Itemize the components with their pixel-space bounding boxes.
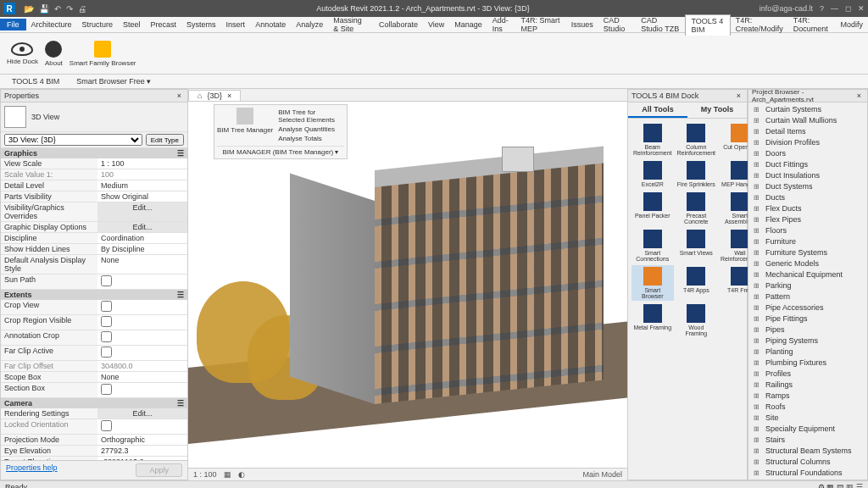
tree-node[interactable]: Flex Pipes bbox=[750, 214, 865, 225]
tree-node[interactable]: Division Profiles bbox=[750, 137, 865, 148]
tool-beam-reinforcement[interactable]: Beam Reinforcement bbox=[632, 122, 674, 158]
ribbon-tab-structure[interactable]: Structure bbox=[77, 19, 119, 30]
tree-node[interactable]: Site bbox=[750, 413, 865, 424]
ribbon-tab-issues[interactable]: Issues bbox=[566, 19, 598, 30]
tree-node[interactable]: Ramps bbox=[750, 391, 865, 402]
tab-my-tools[interactable]: My Tools bbox=[687, 103, 747, 118]
prop-row[interactable]: Sun Path bbox=[1, 274, 187, 290]
ribbon-tab-insert[interactable]: Insert bbox=[221, 19, 251, 30]
tool-panel-packer[interactable]: Panel Packer bbox=[632, 191, 674, 226]
tree-node[interactable]: Detail Items bbox=[750, 126, 865, 137]
tree-node[interactable]: Railings bbox=[750, 380, 865, 391]
prop-row[interactable]: Far Clip Active bbox=[1, 346, 187, 361]
prop-row[interactable]: Locked Orientation bbox=[1, 419, 187, 435]
ribbon-tab-architecture[interactable]: Architecture bbox=[26, 19, 77, 30]
prop-row[interactable]: Projection ModeOrthographic bbox=[1, 435, 187, 446]
prop-row[interactable]: Section Box bbox=[1, 383, 187, 398]
ribbon-tab-t4r-create-modify[interactable]: T4R: Create/Modify bbox=[731, 14, 788, 35]
detail-icon[interactable]: ▦ bbox=[224, 470, 231, 479]
tree-node[interactable]: Profiles bbox=[750, 369, 865, 380]
prop-row[interactable]: View Scale1 : 100 bbox=[1, 158, 187, 169]
prop-row[interactable]: Eye Elevation27792.3 bbox=[1, 446, 187, 457]
tree-node[interactable]: Pipe Fittings bbox=[750, 313, 865, 324]
quick-access-toolbar[interactable]: 📂 💾 ↶ ↷ 🖨 bbox=[24, 4, 86, 14]
property-grid[interactable]: Graphics☰View Scale1 : 100Scale Value 1:… bbox=[1, 148, 187, 460]
view-control-bar[interactable]: 1 : 100 ▦ ◐ Main Model bbox=[188, 468, 627, 480]
bim-tree-selected[interactable]: BIM Tree for Selected Elements bbox=[276, 108, 344, 125]
help-icon[interactable]: ? bbox=[820, 4, 824, 13]
tool-smart-views[interactable]: Smart Views bbox=[676, 228, 718, 263]
tree-node[interactable]: Duct Insulations bbox=[750, 170, 865, 181]
ribbon-tab-massing-site[interactable]: Massing & Site bbox=[328, 14, 374, 35]
tree-node[interactable]: Floors bbox=[750, 225, 865, 236]
prop-group[interactable]: Camera☰ bbox=[1, 398, 187, 408]
main-model[interactable]: Main Model bbox=[582, 470, 622, 479]
tool-metal-framing[interactable]: Metal Framing bbox=[632, 302, 674, 338]
tree-node[interactable]: Duct Fittings bbox=[750, 159, 865, 170]
prop-group[interactable]: Extents☰ bbox=[1, 290, 187, 300]
tree-node[interactable]: Flex Ducts bbox=[750, 203, 865, 214]
tool-column-reinforcement[interactable]: Column Reinforcement bbox=[676, 122, 718, 158]
prop-row[interactable]: Annotation Crop bbox=[1, 330, 187, 346]
bim-tree-icon[interactable] bbox=[236, 108, 253, 125]
tree-node[interactable]: Piping Systems bbox=[750, 336, 865, 347]
prop-row[interactable]: Rendering SettingsEdit... bbox=[1, 408, 187, 419]
ribbon-tab-cad-studio[interactable]: CAD Studio bbox=[598, 14, 637, 35]
tool-excel2r[interactable]: Excel2R bbox=[632, 159, 674, 189]
tool-smart-browser[interactable]: Smart Browser bbox=[632, 265, 674, 301]
close-browser-icon[interactable]: × bbox=[854, 92, 864, 100]
close-properties-icon[interactable]: × bbox=[175, 92, 184, 100]
status-icons[interactable]: ⚙ ▦ ▤ ▥ ☰ bbox=[818, 483, 863, 488]
tree-node[interactable]: Furniture Systems bbox=[750, 247, 865, 258]
tree-node[interactable]: Duct Systems bbox=[750, 181, 865, 192]
prop-row[interactable]: Scale Value 1:100 bbox=[1, 169, 187, 180]
prop-row[interactable]: Visibility/Graphics OverridesEdit... bbox=[1, 202, 187, 222]
redo-icon[interactable]: ↷ bbox=[66, 4, 73, 14]
hide-dock-button[interactable]: Hide Dock bbox=[7, 42, 38, 65]
prop-row[interactable]: Scope BoxNone bbox=[1, 372, 187, 383]
ribbon-tab-precast[interactable]: Precast bbox=[146, 19, 182, 30]
tree-node[interactable]: Curtain Systems bbox=[750, 104, 865, 115]
ribbon-tab-analyze[interactable]: Analyze bbox=[291, 19, 328, 30]
tree-node[interactable]: Pipe Accessories bbox=[750, 302, 865, 313]
tool-wood-framing[interactable]: Wood Framing bbox=[676, 302, 718, 338]
tree-node[interactable]: Structural Columns bbox=[750, 457, 865, 468]
tree-node[interactable]: Stairs bbox=[750, 435, 865, 446]
ribbon-tab-tools-4-bim[interactable]: TOOLS 4 BIM bbox=[685, 14, 730, 36]
prop-row[interactable]: Detail LevelMedium bbox=[1, 180, 187, 191]
prop-row[interactable]: Crop View bbox=[1, 300, 187, 315]
bim-manager-panel[interactable]: BIM Tree Manager BIM Tree for Selected E… bbox=[214, 104, 348, 159]
ribbon-tab-t4r-document[interactable]: T4R: Document bbox=[788, 14, 836, 35]
minimize-icon[interactable]: — bbox=[831, 4, 838, 13]
print-icon[interactable]: 🖨 bbox=[78, 4, 86, 14]
ribbon-tab-view[interactable]: View bbox=[423, 19, 449, 30]
tree-node[interactable]: Structural Beam Systems bbox=[750, 446, 865, 457]
tree-node[interactable]: Curtain Wall Mullions bbox=[750, 115, 865, 126]
tree-node[interactable]: Specialty Equipment bbox=[750, 424, 865, 435]
tab-all-tools[interactable]: All Tools bbox=[628, 103, 687, 118]
bim-panel-dropdown[interactable]: BIM MANAGER (BIM Tree Manager) ▾ bbox=[217, 146, 344, 156]
tree-node[interactable]: Plumbing Fixtures bbox=[750, 358, 865, 369]
ribbon-tab-systems[interactable]: Systems bbox=[181, 19, 221, 30]
ribbon-tab-file[interactable]: File bbox=[0, 19, 26, 30]
tree-node[interactable]: Generic Models bbox=[750, 258, 865, 269]
ribbon-tab-steel[interactable]: Steel bbox=[118, 19, 146, 30]
edit-type-button[interactable]: Edit Type bbox=[146, 134, 184, 146]
tree-node[interactable]: Ducts bbox=[750, 192, 865, 203]
visual-style-icon[interactable]: ◐ bbox=[238, 470, 245, 479]
tree-node[interactable]: Planting bbox=[750, 347, 865, 358]
tree-node[interactable]: Structural Framing bbox=[750, 479, 865, 480]
maximize-icon[interactable]: ◻ bbox=[845, 4, 851, 13]
prop-row[interactable]: Crop Region Visible bbox=[1, 315, 187, 330]
prop-group[interactable]: Graphics☰ bbox=[1, 148, 187, 158]
tree-node[interactable]: Doors bbox=[750, 148, 865, 159]
properties-help-link[interactable]: Properties help bbox=[6, 463, 58, 477]
prop-row[interactable]: Far Clip Offset304800.0 bbox=[1, 361, 187, 372]
type-selector[interactable]: 3D View: {3D} bbox=[4, 134, 142, 146]
view-scale[interactable]: 1 : 100 bbox=[193, 470, 217, 479]
apply-button[interactable]: Apply bbox=[136, 463, 182, 477]
prop-row[interactable]: DisciplineCoordination bbox=[1, 233, 187, 244]
prop-row[interactable]: Default Analysis Display StyleNone bbox=[1, 255, 187, 274]
tree-node[interactable]: Pattern bbox=[750, 291, 865, 302]
prop-row[interactable]: Show Hidden LinesBy Discipline bbox=[1, 244, 187, 255]
